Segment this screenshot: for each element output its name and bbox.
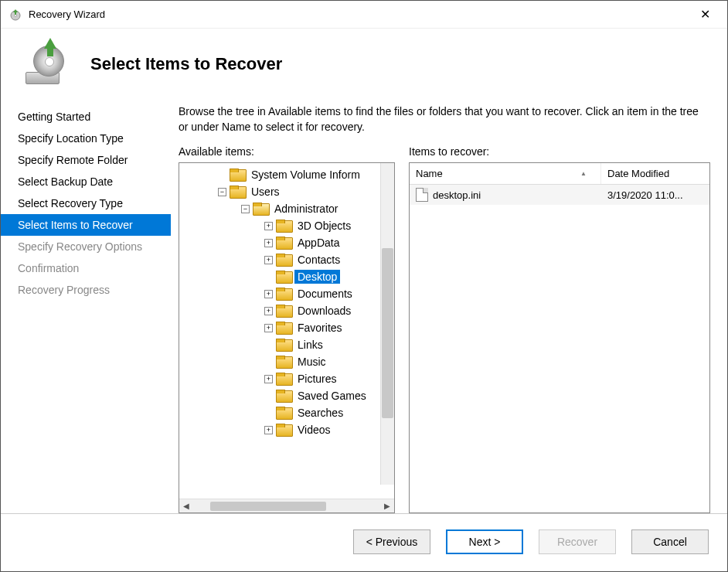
scrollbar-thumb[interactable] bbox=[382, 248, 393, 418]
tree-node-label: Searches bbox=[294, 406, 346, 420]
tree-node-label: Music bbox=[294, 355, 329, 369]
tree-scroll[interactable]: System Volume Inform−Users−Administrator… bbox=[179, 163, 394, 499]
file-row[interactable]: desktop.ini3/19/2020 11:0... bbox=[410, 185, 709, 205]
folder-icon bbox=[276, 321, 291, 335]
wizard-step[interactable]: Select Recovery Type bbox=[1, 192, 171, 214]
recovery-icon bbox=[24, 43, 67, 86]
tree-node[interactable]: Searches bbox=[179, 404, 394, 421]
available-items-pane: Available items: System Volume Inform−Us… bbox=[179, 145, 395, 513]
tree-node-label: Saved Games bbox=[294, 389, 369, 403]
expand-icon[interactable]: + bbox=[264, 290, 273, 298]
panes: Available items: System Volume Inform−Us… bbox=[179, 145, 710, 513]
tree-container: System Volume Inform−Users−Administrator… bbox=[179, 162, 395, 513]
tree-node[interactable]: −Users bbox=[179, 183, 394, 200]
main-content: Browse the tree in Available items to fi… bbox=[171, 104, 727, 513]
tree-node-label: Administrator bbox=[271, 202, 341, 216]
tree-node-label: Links bbox=[294, 338, 326, 352]
wizard-step[interactable]: Select Backup Date bbox=[1, 171, 171, 192]
file-modified: 3/19/2020 11:0... bbox=[601, 186, 709, 204]
expand-icon[interactable]: + bbox=[264, 307, 273, 315]
folder-icon bbox=[276, 236, 291, 250]
expand-icon[interactable]: + bbox=[264, 324, 273, 332]
expand-icon[interactable]: + bbox=[264, 222, 273, 230]
folder-icon bbox=[276, 423, 291, 437]
expand-icon[interactable]: + bbox=[264, 239, 273, 247]
tree-node[interactable]: +Downloads bbox=[179, 302, 394, 319]
file-icon bbox=[416, 188, 428, 202]
file-name: desktop.ini bbox=[433, 189, 481, 201]
tree-node[interactable]: +Pictures bbox=[179, 370, 394, 387]
scroll-right-arrow[interactable]: ▶ bbox=[380, 499, 394, 513]
available-items-label: Available items: bbox=[179, 145, 395, 158]
horizontal-scrollbar[interactable]: ◀ ▶ bbox=[179, 499, 394, 512]
tree-node[interactable]: −Administrator bbox=[179, 200, 394, 217]
expander-blank bbox=[264, 358, 273, 366]
recovery-wizard-window: Recovery Wizard ✕ Select Items to Recove… bbox=[0, 0, 728, 572]
folder-icon bbox=[276, 389, 291, 403]
expand-icon[interactable]: + bbox=[264, 426, 273, 434]
wizard-header: Select Items to Recover bbox=[1, 29, 727, 104]
wizard-step[interactable]: Recovery Progress bbox=[1, 279, 171, 301]
tree-node[interactable]: +Documents bbox=[179, 285, 394, 302]
scroll-left-arrow[interactable]: ◀ bbox=[179, 499, 193, 513]
wizard-step[interactable]: Specify Recovery Options bbox=[1, 236, 171, 257]
expander-blank bbox=[264, 341, 273, 349]
wizard-body: Getting StartedSpecify Location TypeSpec… bbox=[1, 104, 727, 513]
tree-node[interactable]: Desktop bbox=[179, 268, 394, 285]
expand-icon[interactable]: + bbox=[264, 256, 273, 264]
wizard-step[interactable]: Specify Location Type bbox=[1, 128, 171, 149]
column-modified-label: Date Modified bbox=[607, 168, 669, 179]
expander-blank bbox=[264, 273, 273, 281]
column-modified[interactable]: Date Modified bbox=[601, 163, 709, 184]
tree-node[interactable]: Links bbox=[179, 336, 394, 353]
expander-blank bbox=[264, 409, 273, 417]
folder-icon bbox=[276, 253, 291, 267]
titlebar: Recovery Wizard ✕ bbox=[1, 1, 727, 29]
previous-button[interactable]: < Previous bbox=[353, 529, 430, 554]
wizard-step[interactable]: Confirmation bbox=[1, 257, 171, 279]
folder-icon bbox=[276, 219, 291, 233]
column-name[interactable]: Name ▲ bbox=[410, 163, 601, 184]
recover-button[interactable]: Recover bbox=[539, 529, 616, 554]
tree-node[interactable]: System Volume Inform bbox=[179, 166, 394, 183]
column-name-label: Name bbox=[416, 168, 443, 179]
app-icon bbox=[9, 8, 22, 22]
tree-node-label: Pictures bbox=[294, 372, 340, 386]
folder-icon bbox=[276, 355, 291, 369]
tree-node-label: Contacts bbox=[294, 253, 343, 267]
vertical-scrollbar[interactable] bbox=[380, 163, 394, 485]
tree-node[interactable]: +AppData bbox=[179, 234, 394, 251]
steps-sidebar: Getting StartedSpecify Location TypeSpec… bbox=[1, 104, 171, 513]
next-button[interactable]: Next > bbox=[446, 529, 523, 554]
folder-icon bbox=[276, 338, 291, 352]
tree-node[interactable]: Saved Games bbox=[179, 387, 394, 404]
tree-node[interactable]: +Videos bbox=[179, 421, 394, 438]
wizard-step[interactable]: Getting Started bbox=[1, 106, 171, 128]
tree-node[interactable]: +Favorites bbox=[179, 319, 394, 336]
folder-icon bbox=[230, 168, 245, 182]
tree-node-label: Users bbox=[248, 185, 283, 199]
scrollbar-track[interactable] bbox=[193, 501, 380, 512]
tree-node[interactable]: +3D Objects bbox=[179, 217, 394, 234]
tree-node-label: Videos bbox=[294, 423, 334, 437]
folder-icon bbox=[276, 270, 291, 284]
tree-node-label: Downloads bbox=[294, 304, 354, 318]
expand-icon[interactable]: + bbox=[264, 375, 273, 383]
tree-node[interactable]: +Contacts bbox=[179, 251, 394, 268]
folder-icon bbox=[276, 372, 291, 386]
list-header: Name ▲ Date Modified bbox=[410, 163, 709, 185]
wizard-step[interactable]: Select Items to Recover bbox=[1, 214, 171, 236]
folder-icon bbox=[253, 202, 268, 216]
close-button[interactable]: ✕ bbox=[691, 4, 719, 25]
collapse-icon[interactable]: − bbox=[218, 188, 226, 196]
wizard-step[interactable]: Specify Remote Folder bbox=[1, 149, 171, 171]
folder-icon bbox=[276, 304, 291, 318]
page-title: Select Items to Recover bbox=[90, 54, 282, 74]
window-title: Recovery Wizard bbox=[29, 9, 691, 20]
cancel-button[interactable]: Cancel bbox=[631, 529, 709, 554]
sort-caret-icon: ▲ bbox=[580, 170, 587, 177]
tree-node[interactable]: Music bbox=[179, 353, 394, 370]
tree-node-label: 3D Objects bbox=[294, 219, 354, 233]
scrollbar-thumb[interactable] bbox=[210, 502, 326, 511]
collapse-icon[interactable]: − bbox=[241, 205, 250, 213]
